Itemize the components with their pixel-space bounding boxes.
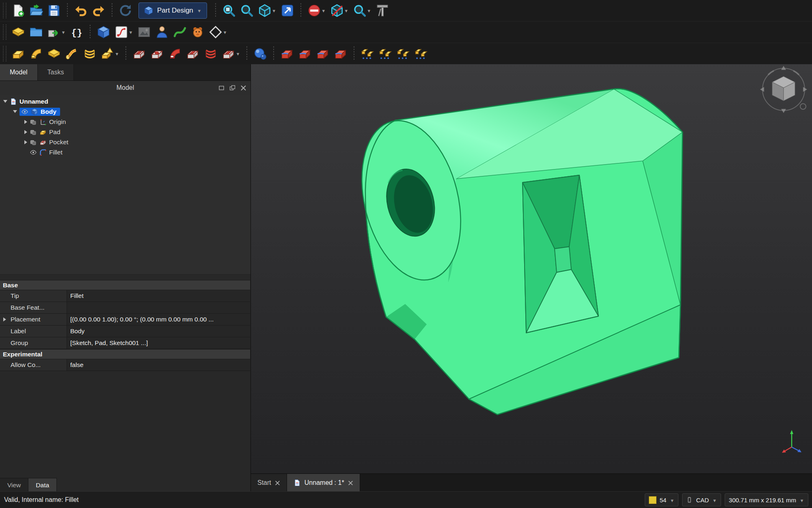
dropdown-arrow-icon[interactable]	[367, 7, 371, 14]
tree-item-body[interactable]: Body	[0, 106, 251, 117]
dropdown-arrow-icon[interactable]	[344, 7, 349, 14]
dropdown-arrow-icon[interactable]	[321, 7, 326, 14]
property-value[interactable]: false	[67, 359, 250, 371]
undo-button[interactable]	[72, 1, 90, 20]
draft-button[interactable]	[314, 44, 332, 63]
3d-model[interactable]	[346, 89, 682, 415]
isometric-view-button[interactable]	[256, 1, 279, 20]
close-icon[interactable]	[275, 480, 280, 486]
property-row-label[interactable]: Label Body	[0, 326, 250, 337]
polar-pattern-button[interactable]	[394, 44, 412, 63]
open-document-button[interactable]	[27, 1, 45, 20]
new-document-button[interactable]	[9, 1, 27, 20]
additive-primitive-button[interactable]	[99, 44, 121, 63]
additive-loft-button[interactable]	[45, 44, 63, 63]
create-sketch-button[interactable]	[112, 23, 135, 41]
dropdown-arrow-icon[interactable]	[128, 28, 133, 36]
tab-view[interactable]: View	[0, 478, 28, 492]
property-value[interactable]	[67, 302, 250, 313]
dropdown-arrow-icon[interactable]	[235, 50, 240, 57]
toolbar-drag-handle[interactable]	[3, 24, 6, 40]
property-value[interactable]: Fillet	[67, 290, 250, 302]
tab-unnamed-document[interactable]: Unnamed : 1*	[287, 474, 360, 492]
property-row-base-feature[interactable]: Base Feat...	[0, 302, 250, 314]
expander-icon[interactable]	[13, 110, 17, 113]
dropdown-arrow-icon[interactable]	[61, 28, 66, 36]
expression-button[interactable]	[68, 23, 86, 41]
property-row-allow-compound[interactable]: Allow Co... false	[0, 359, 250, 371]
3d-viewport[interactable]	[251, 64, 812, 492]
dropdown-arrow-icon[interactable]	[272, 7, 276, 14]
linear-pattern-button[interactable]	[376, 44, 394, 63]
expander-icon[interactable]	[24, 130, 27, 134]
fit-all-button[interactable]	[220, 1, 238, 20]
additive-helix-button[interactable]	[81, 44, 99, 63]
navigation-cube[interactable]	[758, 64, 811, 118]
align-view-button[interactable]	[279, 1, 296, 20]
tab-start[interactable]: Start	[251, 474, 287, 492]
property-value[interactable]: [Sketch, Pad, Sketch001 ...]	[67, 337, 250, 349]
boolean-button[interactable]	[251, 44, 269, 63]
thickness-button[interactable]	[332, 44, 350, 63]
3d-viewport-canvas[interactable]	[251, 64, 812, 492]
create-part-button[interactable]	[9, 23, 27, 41]
additive-pipe-button[interactable]	[63, 44, 81, 63]
float-button[interactable]	[229, 85, 235, 91]
model-tree[interactable]: Unnamed Body Origin Pad Pocket	[0, 95, 251, 275]
close-icon[interactable]	[240, 85, 246, 91]
hole-button[interactable]	[148, 44, 166, 63]
selected-highlight[interactable]: Body	[19, 108, 60, 116]
property-row-group[interactable]: Group [Sketch, Pad, Sketch001 ...]	[0, 337, 250, 349]
workbench-selector[interactable]: Part Design	[138, 2, 207, 19]
tree-item-fillet[interactable]: Fillet	[0, 147, 251, 157]
shape-binder-button[interactable]	[171, 23, 189, 41]
clone-button[interactable]	[189, 23, 207, 41]
navigation-style-selector[interactable]: CAD	[682, 493, 721, 506]
dock-button[interactable]	[218, 85, 225, 91]
tree-item-pocket[interactable]: Pocket	[0, 137, 251, 147]
property-row-placement[interactable]: Placement [(0.00 0.00 1.00); 0.00 °; (0.…	[0, 314, 250, 326]
subtractive-primitive-button[interactable]	[220, 44, 242, 63]
tree-item-document[interactable]: Unnamed	[0, 96, 251, 106]
close-icon[interactable]	[348, 480, 353, 486]
tab-model[interactable]: Model	[0, 64, 38, 80]
create-body-button[interactable]	[95, 23, 112, 41]
toolbar-drag-handle[interactable]	[3, 46, 6, 61]
clipping-plane-button[interactable]	[328, 1, 351, 20]
redo-button[interactable]	[90, 1, 108, 20]
expander-icon[interactable]	[24, 140, 27, 144]
toolbar-drag-handle[interactable]	[3, 3, 6, 18]
create-group-button[interactable]	[27, 23, 45, 41]
refresh-button[interactable]	[117, 1, 134, 20]
fillet-button[interactable]	[278, 44, 296, 63]
property-value[interactable]: [(0.00 0.00 1.00); 0.00 °; (0.00 mm 0.00…	[67, 314, 250, 325]
chamfer-button[interactable]	[296, 44, 314, 63]
multitransform-button[interactable]	[412, 44, 430, 63]
create-datum-button[interactable]	[207, 23, 229, 41]
measure-button[interactable]	[374, 1, 391, 20]
subtractive-pipe-button[interactable]	[184, 44, 202, 63]
appearance-button[interactable]	[153, 23, 171, 41]
property-row-tip[interactable]: Tip Fillet	[0, 290, 250, 302]
tree-item-pad[interactable]: Pad	[0, 127, 251, 137]
mirrored-button[interactable]	[358, 44, 376, 63]
fit-selection-button[interactable]	[238, 1, 256, 20]
save-button[interactable]	[45, 1, 63, 20]
tree-item-origin[interactable]: Origin	[0, 117, 251, 127]
tab-data[interactable]: Data	[28, 478, 57, 492]
make-link-button[interactable]	[45, 23, 68, 41]
zoom-tools-button[interactable]	[351, 1, 374, 20]
dropdown-arrow-icon[interactable]	[114, 50, 119, 57]
draw-style-selector[interactable]: 54	[645, 493, 679, 506]
expander-icon[interactable]	[3, 317, 6, 321]
expander-icon[interactable]	[3, 100, 7, 103]
pocket-button[interactable]	[130, 44, 148, 63]
expander-icon[interactable]	[24, 120, 27, 124]
attach-image-button[interactable]	[135, 23, 153, 41]
subtractive-helix-button[interactable]	[202, 44, 220, 63]
revolution-button[interactable]	[27, 44, 45, 63]
dropdown-arrow-icon[interactable]	[222, 28, 227, 36]
dimension-selector[interactable]: 300.71 mm x 219.61 mm	[725, 493, 808, 506]
pad-button[interactable]	[9, 44, 27, 63]
property-value[interactable]: Body	[67, 326, 250, 337]
